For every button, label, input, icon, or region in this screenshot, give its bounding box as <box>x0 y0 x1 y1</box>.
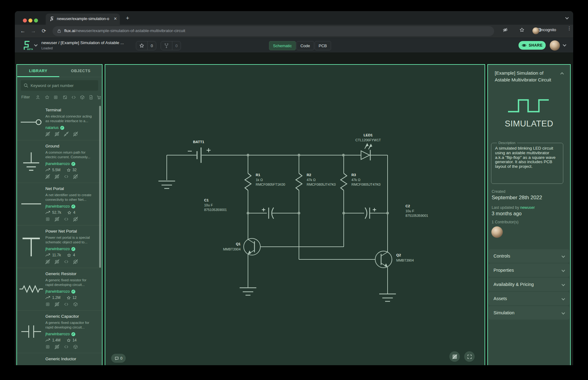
capability-icons <box>45 345 98 349</box>
pcb-off-icon <box>55 132 59 136</box>
code-icon <box>64 217 69 221</box>
item-stats: 52.7k4 <box>45 210 98 215</box>
search-input[interactable] <box>31 80 95 91</box>
close-window-button[interactable] <box>23 19 27 23</box>
item-author[interactable]: jharwinbarrozo <box>45 162 70 166</box>
stars-icon <box>67 296 71 300</box>
list-item-generic-capacitor[interactable]: Generic Capacitor A generic fixed capaci… <box>17 311 102 353</box>
contributor-avatar[interactable] <box>491 226 503 238</box>
stars-icon <box>67 211 71 215</box>
active-tab-underline <box>17 76 59 77</box>
capability-icons <box>45 132 98 136</box>
schematic-canvas[interactable]: BATT1 LED1CTL1206FYW1T R11k ΩRMCF0805FT1… <box>105 64 485 365</box>
item-description: A net identifier used to createconnectiv… <box>45 193 98 202</box>
preview-hidden-icon[interactable] <box>503 27 508 32</box>
item-title: Terminal <box>45 108 98 112</box>
profile-avatar[interactable] <box>532 27 539 34</box>
chevron-down-icon <box>561 311 565 314</box>
list-item-terminal[interactable]: Terminal An electrical connector actinga… <box>17 104 102 140</box>
terminal-symbol-icon <box>17 108 45 136</box>
item-title: Power Net Portal <box>45 229 98 233</box>
tab-close-icon[interactable]: ✕ <box>114 16 117 21</box>
user-menu-chevron-icon[interactable] <box>563 43 566 46</box>
tab-code[interactable]: Code <box>296 41 314 50</box>
eye-icon <box>522 43 527 48</box>
section-availability-pricing[interactable]: Availability & Pricing <box>489 278 569 291</box>
list-item-generic-resistor[interactable]: Generic Resistor A generic fixed resisto… <box>17 268 102 311</box>
capacitor-symbol-icon <box>17 314 45 349</box>
grid-toggle-button[interactable] <box>449 351 460 362</box>
star-filter-icon[interactable] <box>45 95 49 100</box>
item-author[interactable]: jharwinbarrozo <box>45 204 70 209</box>
scrollbar-thumb[interactable] <box>99 106 101 268</box>
item-description: Power net portal is a specialschematic o… <box>45 235 98 245</box>
box-off-icon <box>73 259 78 264</box>
logo-menu-chevron-icon[interactable] <box>34 43 37 46</box>
cart-filter-icon[interactable] <box>97 95 101 100</box>
section-controls[interactable]: Controls <box>489 249 569 263</box>
item-title: Net Portal <box>45 186 98 191</box>
zoom-window-button[interactable] <box>34 19 38 23</box>
browser-tab[interactable]: newuser/example-simulation-o ✕ <box>46 14 120 25</box>
tab-search-chevron-icon[interactable] <box>565 16 569 19</box>
item-author[interactable]: jharwinbarrozo <box>45 247 70 251</box>
tab-pcb[interactable]: PCB <box>315 41 331 50</box>
list-item-ground[interactable]: Ground A common return path forelectric … <box>17 140 102 183</box>
stars-icon <box>67 338 71 342</box>
sidebar-tabs: LIBRARY OBJECTS <box>17 65 102 77</box>
back-button[interactable]: ← <box>19 25 27 38</box>
contributors-label: 1 Contributor(s) <box>492 220 519 224</box>
fullscreen-button[interactable] <box>464 351 475 362</box>
section-properties[interactable]: Properties <box>489 263 569 277</box>
comments-button[interactable]: 0 <box>111 354 126 363</box>
pcb-off-icon <box>55 302 59 307</box>
list-item-net-portal[interactable]: Net Portal A net identifier used to crea… <box>17 183 102 225</box>
fork-icon <box>164 43 169 48</box>
pcb-filter-icon[interactable] <box>63 95 67 100</box>
item-author[interactable]: jharwinbarrozo <box>45 289 70 294</box>
trending-icon <box>45 211 50 214</box>
reload-button[interactable]: ⟳ <box>40 25 48 38</box>
star-project-button[interactable]: 0 <box>136 41 156 50</box>
box-filter-icon[interactable] <box>80 95 85 100</box>
library-sidebar: LIBRARY OBJECTS Filter <box>16 64 103 365</box>
minimize-window-button[interactable] <box>28 19 32 23</box>
address-bar[interactable]: flux.ai/newuser/example-simulation-of-as… <box>52 26 494 36</box>
trending-icon <box>45 296 50 299</box>
share-button[interactable]: SHARE <box>519 41 546 50</box>
forward-button[interactable]: → <box>29 25 38 38</box>
description-field[interactable]: Description A simulated blinking LED cir… <box>491 143 563 184</box>
person-filter-icon[interactable] <box>36 95 40 100</box>
breadcrumb[interactable]: newuser / [Example] Simulation of Astabl… <box>41 40 124 45</box>
section-assets[interactable]: Assets <box>489 292 569 305</box>
bookmark-star-icon[interactable] <box>519 27 524 32</box>
r2-label: R247k ΩRMCF0805JT47K0 <box>307 173 336 187</box>
item-description: A common return path forelectric current… <box>45 150 98 159</box>
url-host: flux.ai <box>64 28 75 33</box>
item-author[interactable]: jharwinbarrozo <box>45 332 70 336</box>
app-header: BETA newuser / [Example] Simulation of A… <box>15 38 573 52</box>
code-filter-icon[interactable] <box>71 95 76 100</box>
fork-project-button[interactable]: 0 <box>161 41 181 50</box>
user-avatar[interactable] <box>550 40 560 51</box>
tab-library[interactable]: LIBRARY <box>17 65 60 77</box>
section-simulation[interactable]: Simulation <box>489 306 569 320</box>
collapse-chevron-icon[interactable] <box>560 72 564 76</box>
updated-by-link[interactable]: newuser <box>520 205 535 210</box>
pcb-off-icon <box>55 259 59 264</box>
tab-schematic[interactable]: Schematic <box>269 41 296 50</box>
datasheet-filter-icon[interactable] <box>89 95 93 100</box>
chip-filter-icon[interactable] <box>53 95 58 100</box>
item-author[interactable]: natarius <box>45 126 59 130</box>
new-tab-button[interactable]: + <box>124 14 132 23</box>
r1-label: R11k ΩRMCF0805FT1K00 <box>256 173 285 187</box>
list-item-generic-inductor[interactable]: Generic Inductor <box>17 353 102 365</box>
item-title: Ground <box>45 144 98 148</box>
star-icon <box>139 43 144 48</box>
list-item-power-net-portal[interactable]: Power Net Portal Power net portal is a s… <box>17 225 102 268</box>
tab-objects[interactable]: OBJECTS <box>60 65 102 77</box>
browser-menu-icon[interactable]: ⋮ <box>567 26 572 31</box>
filter-row: Filter <box>17 94 102 101</box>
chip-icon <box>45 345 50 349</box>
grid-off-icon <box>452 354 457 359</box>
